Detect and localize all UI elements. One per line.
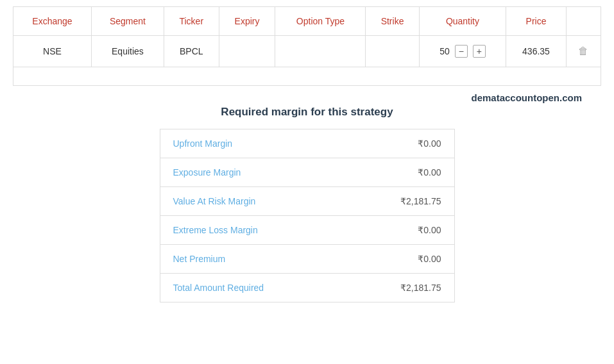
- watermark: demataccountopen.com: [13, 92, 601, 103]
- margin-value: ₹2,181.75: [347, 187, 454, 216]
- cell-exchange: NSE: [13, 36, 92, 67]
- margin-value: ₹0.00: [347, 245, 454, 274]
- cell-ticker: BPCL: [164, 36, 219, 67]
- quantity-value: 50: [439, 46, 450, 56]
- empty-cell: [13, 67, 601, 86]
- margin-table: Upfront Margin₹0.00Exposure Margin₹0.00V…: [160, 129, 455, 302]
- margin-row: Upfront Margin₹0.00: [160, 129, 454, 158]
- col-option-type: Option Type: [275, 7, 366, 36]
- margin-value: ₹2,181.75: [347, 274, 454, 302]
- margin-label: Value At Risk Margin: [160, 187, 347, 216]
- margin-label: Upfront Margin: [160, 129, 347, 158]
- margin-row: Net Premium₹0.00: [160, 245, 454, 274]
- delete-button[interactable]: 🗑: [578, 46, 588, 57]
- col-exchange: Exchange: [13, 7, 92, 36]
- positions-table: Exchange Segment Ticker Expiry Option Ty…: [13, 6, 601, 86]
- margin-label: Extreme Loss Margin: [160, 216, 347, 245]
- margin-label: Net Premium: [160, 245, 347, 274]
- margin-row: Value At Risk Margin₹2,181.75: [160, 187, 454, 216]
- col-ticker: Ticker: [164, 7, 219, 36]
- cell-segment: Equities: [92, 36, 164, 67]
- table-row: NSE Equities BPCL 50 − + 436.35 🗑: [13, 36, 601, 67]
- page-wrapper: Exchange Segment Ticker Expiry Option Ty…: [0, 0, 614, 364]
- col-strike: Strike: [366, 7, 419, 36]
- cell-price: 436.35: [506, 36, 567, 67]
- margin-value: ₹0.00: [347, 216, 454, 245]
- col-quantity: Quantity: [419, 7, 506, 36]
- margin-value: ₹0.00: [347, 158, 454, 187]
- margin-row: Total Amount Required₹2,181.75: [160, 274, 454, 302]
- margin-row: Exposure Margin₹0.00: [160, 158, 454, 187]
- col-price: Price: [506, 7, 567, 36]
- col-actions: [566, 7, 601, 36]
- cell-expiry: [219, 36, 275, 67]
- margin-row: Extreme Loss Margin₹0.00: [160, 216, 454, 245]
- cell-delete[interactable]: 🗑: [566, 36, 601, 67]
- margin-table-wrapper: Upfront Margin₹0.00Exposure Margin₹0.00V…: [13, 129, 601, 302]
- col-segment: Segment: [92, 7, 164, 36]
- margin-value: ₹0.00: [347, 129, 454, 158]
- empty-row: [13, 67, 601, 86]
- cell-option-type: [275, 36, 366, 67]
- margin-label: Total Amount Required: [160, 274, 347, 302]
- cell-strike: [366, 36, 419, 67]
- col-expiry: Expiry: [219, 7, 275, 36]
- cell-quantity: 50 − +: [419, 36, 506, 67]
- increment-button[interactable]: +: [473, 45, 486, 58]
- section-title: Required margin for this strategy: [13, 106, 601, 119]
- margin-label: Exposure Margin: [160, 158, 347, 187]
- decrement-button[interactable]: −: [455, 45, 468, 58]
